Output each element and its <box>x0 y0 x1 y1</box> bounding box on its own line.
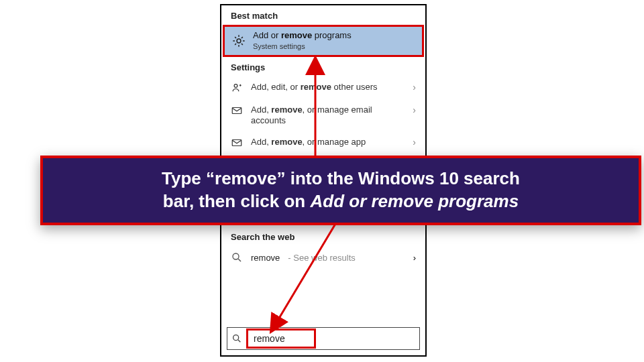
best-match-text: Add or remove programs System settings <box>253 31 352 51</box>
svg-point-1 <box>234 84 237 87</box>
settings-item-email[interactable]: Add, remove, or manage email accounts › <box>221 99 425 132</box>
web-header: Search the web <box>221 227 425 246</box>
callout-line2-ital: Add or remove programs <box>310 191 519 211</box>
person-icon <box>231 82 243 94</box>
item2-post: , or manage app <box>303 137 366 147</box>
search-bar[interactable]: remove <box>227 327 420 350</box>
svg-rect-3 <box>232 140 241 146</box>
chevron-right-icon: › <box>413 105 416 115</box>
item1-pre: Add, <box>251 105 271 115</box>
item2-pre: Add, <box>251 137 271 147</box>
best-match-title-pre: Add or <box>253 30 281 40</box>
search-icon <box>231 333 242 344</box>
best-match-header: Best match <box>221 5 425 25</box>
best-match-subtitle: System settings <box>253 42 352 51</box>
item0-kw: remove <box>301 82 331 92</box>
chevron-right-icon: › <box>413 82 416 93</box>
callout-line1: Type “remove” into the Windows 10 search <box>59 168 623 190</box>
web-hint: - See web results <box>288 253 355 263</box>
best-match-result[interactable]: Add or remove programs System settings <box>223 25 424 57</box>
settings-item-label: Add, edit, or remove other users <box>251 82 405 93</box>
instruction-callout: Type “remove” into the Windows 10 search… <box>40 156 641 225</box>
svg-rect-2 <box>232 107 241 113</box>
svg-point-4 <box>233 253 239 259</box>
web-query: remove <box>251 253 280 263</box>
settings-item-label: Add, remove, or manage email accounts <box>251 105 405 127</box>
svg-point-5 <box>233 335 239 341</box>
gear-icon <box>231 34 246 48</box>
best-match-title-post: programs <box>312 30 352 40</box>
best-match-title-kw: remove <box>281 30 312 40</box>
svg-point-0 <box>237 39 241 43</box>
settings-header: Settings <box>221 57 425 76</box>
mail-icon <box>231 105 243 117</box>
settings-item-label: Add, remove, or manage app <box>251 137 405 147</box>
chevron-right-icon: › <box>413 137 416 147</box>
web-result[interactable]: remove - See web results › <box>221 246 425 269</box>
item0-pre: Add, edit, or <box>251 82 301 92</box>
item2-kw: remove <box>271 137 302 147</box>
callout-line2-pre: bar, then click on <box>163 191 311 211</box>
mail-icon <box>231 137 243 149</box>
search-input[interactable]: remove <box>246 328 316 349</box>
chevron-right-icon: › <box>413 253 416 263</box>
settings-item-users[interactable]: Add, edit, or remove other users › <box>221 76 425 99</box>
best-match-title: Add or remove programs <box>253 31 352 41</box>
callout-line2: bar, then click on Add or remove program… <box>59 190 623 213</box>
search-icon <box>231 251 243 263</box>
settings-item-apps[interactable]: Add, remove, or manage app › <box>221 131 425 154</box>
item1-kw: remove <box>271 105 302 115</box>
item0-post: other users <box>331 82 378 92</box>
